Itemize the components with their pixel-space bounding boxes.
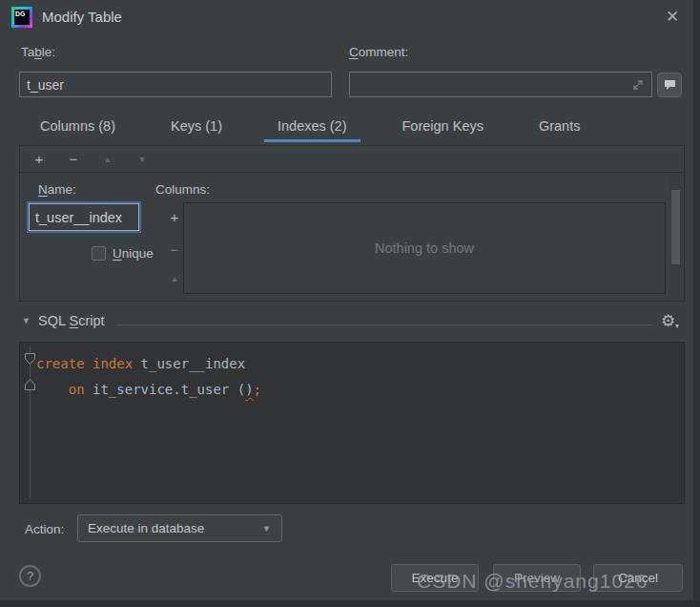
remove-index-icon[interactable]: − xyxy=(67,151,80,167)
expand-icon[interactable] xyxy=(631,78,645,92)
sql-code-line-1: create index t_user__index xyxy=(36,351,261,377)
datagrip-logo-icon: DG xyxy=(11,7,32,28)
index-name-label: Name: xyxy=(38,182,76,197)
comment-editor-button[interactable] xyxy=(657,73,682,97)
editor-gutter-line xyxy=(30,346,31,497)
speech-bubble-icon xyxy=(664,79,676,91)
add-index-icon[interactable]: + xyxy=(32,151,46,167)
tab-columns[interactable]: Columns (8) xyxy=(27,113,129,142)
columns-label: Columns: xyxy=(155,182,210,197)
index-editor-body: Name: t_user__index Unique Columns: + − … xyxy=(20,173,684,301)
sql-editor[interactable]: create index t_user__index on it_service… xyxy=(19,342,685,504)
move-column-up-icon[interactable]: ▲ xyxy=(168,274,181,283)
action-label: Action: xyxy=(25,522,64,536)
comment-label: Comment: xyxy=(349,45,408,59)
panel-scrollbar[interactable] xyxy=(669,173,682,301)
table-label: Table: xyxy=(21,45,55,59)
action-dropdown[interactable]: Execute in database ▼ xyxy=(77,514,282,542)
sql-code-line-2: on it_service.t_user (); xyxy=(36,377,261,403)
tab-indexes[interactable]: Indexes (2) xyxy=(264,113,360,142)
editable-region-end-icon xyxy=(25,379,35,390)
window-edge-right xyxy=(693,0,700,607)
collapse-arrow-icon[interactable]: ▼ xyxy=(22,316,31,325)
remove-column-icon[interactable]: − xyxy=(168,241,181,258)
csdn-watermark: CSDN @shenyang1026 xyxy=(417,570,648,593)
help-button[interactable]: ? xyxy=(19,565,41,587)
unique-label: Unique xyxy=(113,246,154,261)
comment-input[interactable] xyxy=(349,72,652,97)
add-column-icon[interactable]: + xyxy=(168,209,181,225)
move-up-icon[interactable]: ▲ xyxy=(101,155,114,164)
table-name-input[interactable]: t_user xyxy=(19,72,332,97)
move-down-icon[interactable]: ▼ xyxy=(135,155,149,164)
index-name-input[interactable]: t_user__index xyxy=(29,203,139,231)
tab-bar: Columns (8) Keys (1) Indexes (2) Foreign… xyxy=(27,113,593,142)
unique-checkbox[interactable] xyxy=(92,246,106,261)
scrollbar-thumb[interactable] xyxy=(671,190,680,264)
editable-region-start-icon xyxy=(25,353,35,365)
empty-list-text: Nothing to show xyxy=(375,241,474,256)
tab-foreign-keys[interactable]: Foreign Keys xyxy=(389,113,497,142)
gear-icon[interactable]: ⚙ xyxy=(661,311,675,331)
title-bar: DG Modify Table ✕ xyxy=(0,0,693,34)
window-edge-bottom xyxy=(0,600,700,607)
close-icon[interactable]: ✕ xyxy=(662,7,683,28)
indexes-panel: + − ▲ ▼ Name: t_user__index Unique Colum… xyxy=(19,145,685,302)
sql-code: create index t_user__index on it_service… xyxy=(36,351,261,403)
tab-grants[interactable]: Grants xyxy=(525,113,594,142)
sql-script-section-label[interactable]: SQL Script xyxy=(38,313,105,328)
columns-list[interactable]: Nothing to show xyxy=(183,202,666,294)
dialog-title: Modify Table xyxy=(42,9,122,25)
section-divider xyxy=(116,324,652,325)
tab-keys[interactable]: Keys (1) xyxy=(157,113,236,142)
dropdown-arrow-icon: ▼ xyxy=(262,524,271,534)
indexes-toolbar: + − ▲ ▼ xyxy=(20,146,684,173)
gear-dropdown-arrow-icon[interactable]: ▾ xyxy=(675,322,679,330)
